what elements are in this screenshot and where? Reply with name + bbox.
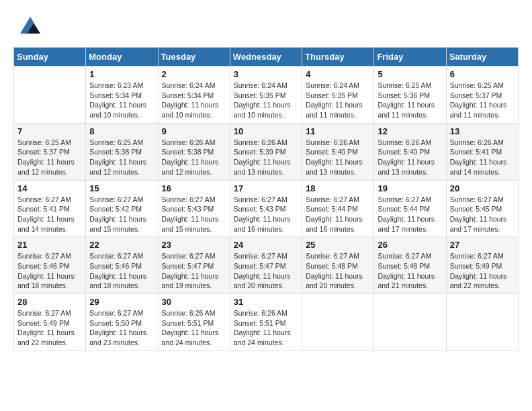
day-number: 17 — [234, 183, 298, 193]
day-number: 21 — [17, 240, 82, 250]
day-number: 3 — [234, 69, 298, 79]
day-number: 20 — [450, 183, 515, 193]
day-info: Sunrise: 6:27 AMSunset: 5:47 PMDaylight:… — [162, 251, 226, 291]
calendar-day-header: Thursday — [302, 48, 374, 66]
calendar-cell: 22Sunrise: 6:27 AMSunset: 5:46 PMDayligh… — [86, 237, 158, 294]
day-info: Sunrise: 6:27 AMSunset: 5:44 PMDaylight:… — [378, 195, 442, 234]
day-info: Sunrise: 6:27 AMSunset: 5:43 PMDaylight:… — [234, 195, 298, 234]
calendar-cell: 13Sunrise: 6:26 AMSunset: 5:41 PMDayligh… — [446, 123, 518, 180]
calendar-cell: 5Sunrise: 6:25 AMSunset: 5:36 PMDaylight… — [374, 66, 446, 124]
day-info: Sunrise: 6:27 AMSunset: 5:45 PMDaylight:… — [450, 195, 515, 234]
calendar-cell: 19Sunrise: 6:27 AMSunset: 5:44 PMDayligh… — [374, 180, 446, 237]
day-info: Sunrise: 6:27 AMSunset: 5:44 PMDaylight:… — [306, 195, 370, 234]
logo — [13, 13, 50, 40]
day-number: 16 — [162, 183, 226, 193]
day-number: 26 — [378, 240, 442, 250]
calendar-cell: 27Sunrise: 6:27 AMSunset: 5:49 PMDayligh… — [446, 237, 518, 294]
day-number: 25 — [306, 240, 370, 250]
day-number: 1 — [89, 69, 154, 79]
day-number: 5 — [378, 69, 442, 79]
calendar-day-header: Tuesday — [158, 48, 230, 66]
day-number: 11 — [306, 126, 370, 136]
calendar-cell: 1Sunrise: 6:23 AMSunset: 5:34 PMDaylight… — [86, 66, 158, 124]
calendar-week-row: 28Sunrise: 6:27 AMSunset: 5:49 PMDayligh… — [14, 294, 519, 351]
day-number: 23 — [162, 240, 226, 250]
logo-icon — [13, 13, 47, 40]
day-info: Sunrise: 6:27 AMSunset: 5:46 PMDaylight:… — [17, 251, 82, 291]
calendar-day-header: Wednesday — [230, 48, 302, 66]
calendar-week-row: 1Sunrise: 6:23 AMSunset: 5:34 PMDaylight… — [14, 66, 519, 124]
day-number: 30 — [162, 297, 226, 307]
day-info: Sunrise: 6:27 AMSunset: 5:50 PMDaylight:… — [89, 308, 154, 348]
calendar-day-header: Sunday — [14, 48, 86, 66]
calendar-cell: 10Sunrise: 6:26 AMSunset: 5:39 PMDayligh… — [230, 123, 302, 180]
day-info: Sunrise: 6:23 AMSunset: 5:34 PMDaylight:… — [89, 81, 154, 120]
calendar-cell: 26Sunrise: 6:27 AMSunset: 5:48 PMDayligh… — [374, 237, 446, 294]
calendar-day-header: Monday — [86, 48, 158, 66]
calendar-day-header: Saturday — [446, 48, 518, 66]
calendar-cell: 31Sunrise: 6:26 AMSunset: 5:51 PMDayligh… — [230, 294, 302, 351]
day-info: Sunrise: 6:26 AMSunset: 5:40 PMDaylight:… — [306, 138, 370, 177]
calendar-cell: 3Sunrise: 6:24 AMSunset: 5:35 PMDaylight… — [230, 66, 302, 124]
day-number: 13 — [450, 126, 515, 136]
calendar-cell — [14, 66, 86, 124]
day-info: Sunrise: 6:25 AMSunset: 5:36 PMDaylight:… — [378, 81, 442, 120]
day-info: Sunrise: 6:26 AMSunset: 5:39 PMDaylight:… — [234, 138, 298, 177]
calendar-cell: 6Sunrise: 6:25 AMSunset: 5:37 PMDaylight… — [446, 66, 518, 124]
day-number: 12 — [378, 126, 442, 136]
day-info: Sunrise: 6:27 AMSunset: 5:46 PMDaylight:… — [89, 251, 154, 291]
day-number: 10 — [234, 126, 298, 136]
day-info: Sunrise: 6:27 AMSunset: 5:47 PMDaylight:… — [234, 251, 298, 291]
day-number: 2 — [162, 69, 226, 79]
day-info: Sunrise: 6:25 AMSunset: 5:38 PMDaylight:… — [89, 138, 154, 177]
day-number: 31 — [234, 297, 298, 307]
calendar-week-row: 21Sunrise: 6:27 AMSunset: 5:46 PMDayligh… — [14, 237, 519, 294]
calendar-cell: 20Sunrise: 6:27 AMSunset: 5:45 PMDayligh… — [446, 180, 518, 237]
calendar-cell: 18Sunrise: 6:27 AMSunset: 5:44 PMDayligh… — [302, 180, 374, 237]
day-number: 7 — [17, 126, 82, 136]
page-header — [13, 13, 519, 40]
day-info: Sunrise: 6:26 AMSunset: 5:51 PMDaylight:… — [162, 308, 226, 348]
day-number: 24 — [234, 240, 298, 250]
day-number: 15 — [89, 183, 154, 193]
day-number: 4 — [306, 69, 370, 79]
calendar-cell: 7Sunrise: 6:25 AMSunset: 5:37 PMDaylight… — [14, 123, 86, 180]
day-number: 6 — [450, 69, 515, 79]
calendar-cell: 24Sunrise: 6:27 AMSunset: 5:47 PMDayligh… — [230, 237, 302, 294]
day-info: Sunrise: 6:27 AMSunset: 5:43 PMDaylight:… — [162, 195, 226, 234]
day-info: Sunrise: 6:27 AMSunset: 5:42 PMDaylight:… — [89, 195, 154, 234]
calendar-cell: 21Sunrise: 6:27 AMSunset: 5:46 PMDayligh… — [14, 237, 86, 294]
calendar-week-row: 7Sunrise: 6:25 AMSunset: 5:37 PMDaylight… — [14, 123, 519, 180]
calendar-cell: 28Sunrise: 6:27 AMSunset: 5:49 PMDayligh… — [14, 294, 86, 351]
day-number: 29 — [89, 297, 154, 307]
calendar-cell — [446, 294, 518, 351]
calendar-cell: 23Sunrise: 6:27 AMSunset: 5:47 PMDayligh… — [158, 237, 230, 294]
day-number: 19 — [378, 183, 442, 193]
day-number: 28 — [17, 297, 82, 307]
calendar-cell — [374, 294, 446, 351]
day-number: 27 — [450, 240, 515, 250]
day-number: 22 — [89, 240, 154, 250]
day-info: Sunrise: 6:27 AMSunset: 5:48 PMDaylight:… — [378, 251, 442, 291]
day-number: 9 — [162, 126, 226, 136]
calendar-cell: 8Sunrise: 6:25 AMSunset: 5:38 PMDaylight… — [86, 123, 158, 180]
day-info: Sunrise: 6:25 AMSunset: 5:37 PMDaylight:… — [17, 138, 82, 177]
day-info: Sunrise: 6:26 AMSunset: 5:41 PMDaylight:… — [450, 138, 515, 177]
day-info: Sunrise: 6:24 AMSunset: 5:35 PMDaylight:… — [306, 81, 370, 120]
calendar-day-header: Friday — [374, 48, 446, 66]
day-number: 14 — [17, 183, 82, 193]
calendar-cell: 2Sunrise: 6:24 AMSunset: 5:34 PMDaylight… — [158, 66, 230, 124]
calendar-cell — [302, 294, 374, 351]
day-number: 8 — [89, 126, 154, 136]
calendar-cell: 29Sunrise: 6:27 AMSunset: 5:50 PMDayligh… — [86, 294, 158, 351]
day-info: Sunrise: 6:27 AMSunset: 5:41 PMDaylight:… — [17, 195, 82, 234]
calendar-cell: 17Sunrise: 6:27 AMSunset: 5:43 PMDayligh… — [230, 180, 302, 237]
day-info: Sunrise: 6:27 AMSunset: 5:49 PMDaylight:… — [17, 308, 82, 348]
day-info: Sunrise: 6:25 AMSunset: 5:37 PMDaylight:… — [450, 81, 515, 120]
day-info: Sunrise: 6:24 AMSunset: 5:34 PMDaylight:… — [162, 81, 226, 120]
day-info: Sunrise: 6:27 AMSunset: 5:48 PMDaylight:… — [306, 251, 370, 291]
calendar-cell: 25Sunrise: 6:27 AMSunset: 5:48 PMDayligh… — [302, 237, 374, 294]
calendar-cell: 11Sunrise: 6:26 AMSunset: 5:40 PMDayligh… — [302, 123, 374, 180]
page-wrapper: SundayMondayTuesdayWednesdayThursdayFrid… — [13, 13, 519, 351]
day-info: Sunrise: 6:24 AMSunset: 5:35 PMDaylight:… — [234, 81, 298, 120]
